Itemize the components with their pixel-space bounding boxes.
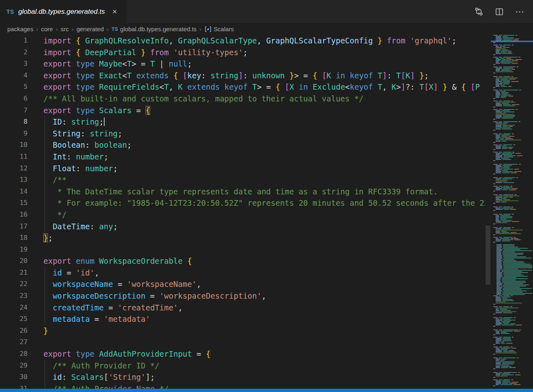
code-line-text: export type Maybe<T> = T | null;	[43, 58, 192, 70]
line-number[interactable]: 20	[0, 255, 28, 267]
code-line[interactable]: 6/** All built-in and custom scalars, ma…	[0, 93, 485, 105]
code-line-text: Int: number;	[43, 151, 108, 163]
code-line[interactable]: 4export type Exact<T extends { [key: str…	[0, 70, 485, 82]
line-number[interactable]: 3	[0, 58, 28, 70]
line-number[interactable]: 26	[0, 325, 28, 337]
line-number[interactable]: 12	[0, 163, 28, 174]
line-number[interactable]: 7	[0, 105, 28, 116]
line-number[interactable]: 27	[0, 336, 28, 348]
breadcrumb-item-src[interactable]: src	[60, 26, 69, 32]
breadcrumb-item-scalars-symbol[interactable]: Scalars	[204, 26, 234, 32]
code-line[interactable]: 14 * The DateTime scalar type represents…	[0, 186, 485, 198]
more-actions-button[interactable]: ⋯	[515, 7, 524, 16]
line-number[interactable]: 15	[0, 197, 28, 209]
code-line[interactable]: 9 String: string;	[0, 128, 485, 140]
breadcrumb-separator: ›	[56, 26, 58, 32]
minimap-canvas[interactable]	[491, 35, 533, 389]
line-number[interactable]: 16	[0, 209, 28, 221]
code-line-text: workspaceDescription = 'workspaceDescrip…	[43, 290, 266, 302]
code-line-text: metadata = 'metadata'	[43, 313, 150, 325]
line-number[interactable]: 18	[0, 232, 28, 244]
code-line[interactable]: 24 createdTime = 'createdTime',	[0, 302, 485, 314]
code-line[interactable]: 13 /**	[0, 174, 485, 186]
code-line[interactable]: 27	[0, 336, 485, 348]
code-line[interactable]: 5export type RequireFields<T, K extends …	[0, 81, 485, 93]
breadcrumb-item-generated[interactable]: generated	[76, 26, 104, 32]
breadcrumb-item-core[interactable]: core	[41, 26, 53, 32]
code-line[interactable]: 29 /** Auth Provider ID */	[0, 360, 485, 372]
code-line-text: * The DateTime scalar type represents da…	[43, 186, 438, 198]
split-editor-icon	[495, 7, 504, 16]
code-line[interactable]: 1import { GraphQLResolveInfo, GraphQLSca…	[0, 35, 485, 47]
line-number[interactable]: 5	[0, 81, 28, 93]
line-number[interactable]: 17	[0, 221, 28, 233]
line-number[interactable]: 22	[0, 278, 28, 290]
line-number[interactable]: 4	[0, 70, 28, 82]
line-number[interactable]: 6	[0, 93, 28, 105]
tab-global-db-types-generated[interactable]: TS global.db.types.generated.ts ✕	[0, 0, 127, 23]
code-line-text: export type AddAuthProviderInput = {	[43, 348, 211, 360]
status-bar-edge	[0, 389, 533, 392]
code-line[interactable]: 28export type AddAuthProviderInput = {	[0, 348, 485, 360]
breadcrumb-item-packages[interactable]: packages	[7, 26, 33, 32]
line-number[interactable]: 28	[0, 348, 28, 360]
close-tab-icon[interactable]: ✕	[111, 7, 119, 16]
line-number[interactable]: 10	[0, 139, 28, 151]
code-line[interactable]: 19	[0, 244, 485, 256]
code-line-text: Float: number;	[43, 163, 118, 174]
line-number[interactable]: 14	[0, 186, 28, 198]
vertical-scrollbar[interactable]	[485, 35, 491, 389]
scrollbar-thumb[interactable]	[486, 226, 490, 284]
code-line[interactable]: 22 workspaceName = 'workspaceName',	[0, 278, 485, 290]
code-line[interactable]: 20export enum WorkspaceOrderable {	[0, 255, 485, 267]
line-number[interactable]: 25	[0, 313, 28, 325]
breadcrumb-separator: ›	[200, 26, 202, 32]
line-number[interactable]: 23	[0, 290, 28, 302]
breadcrumb-separator: ›	[107, 26, 109, 32]
code-line-text: import { DeepPartial } from 'utility-typ…	[43, 47, 247, 58]
split-editor-button[interactable]	[495, 7, 504, 16]
code-line[interactable]: 23 workspaceDescription = 'workspaceDesc…	[0, 290, 485, 302]
code-line[interactable]: 16 */	[0, 209, 485, 221]
line-number[interactable]: 24	[0, 302, 28, 314]
line-number[interactable]: 29	[0, 360, 28, 372]
code-line[interactable]: 3export type Maybe<T> = T | null;	[0, 58, 485, 70]
line-number[interactable]: 8	[0, 116, 28, 128]
line-number[interactable]: 21	[0, 267, 28, 279]
code-line[interactable]: 30 id: Scalars['String'];	[0, 371, 485, 383]
line-number[interactable]: 1	[0, 35, 28, 47]
code-line-text: import { GraphQLResolveInfo, GraphQLScal…	[43, 35, 456, 47]
code-line[interactable]: 7export type Scalars = {	[0, 105, 485, 116]
code-line[interactable]: 10 Boolean: boolean;	[0, 139, 485, 151]
code-line-text: };	[43, 232, 53, 244]
code-line[interactable]: 8 ID: string;	[0, 116, 485, 128]
line-number[interactable]: 30	[0, 371, 28, 383]
code-line[interactable]: 26}	[0, 325, 485, 337]
line-number[interactable]: 11	[0, 151, 28, 163]
code-line[interactable]: 11 Int: number;	[0, 151, 485, 163]
code-line[interactable]: 25 metadata = 'metadata'	[0, 313, 485, 325]
code-line[interactable]: 18};	[0, 232, 485, 244]
breadcrumb-symbol-label: Scalars	[214, 26, 234, 32]
line-number[interactable]: 2	[0, 47, 28, 58]
code-line[interactable]: 2import { DeepPartial } from 'utility-ty…	[0, 47, 485, 58]
code-line[interactable]: 21 id = 'id',	[0, 267, 485, 279]
code-line[interactable]: 17 DateTime: any;	[0, 221, 485, 233]
code-line-text: export enum WorkspaceOrderable {	[43, 255, 192, 267]
minimap[interactable]	[491, 35, 533, 389]
code-lines: 1import { GraphQLResolveInfo, GraphQLSca…	[0, 35, 485, 392]
code-line-text: ID: string;	[43, 116, 105, 128]
code-line[interactable]: 15 * For example: "1985-04-12T23:20:50.5…	[0, 197, 485, 209]
breadcrumb: packages › core › src › generated › TS g…	[0, 23, 485, 35]
code-line-text: workspaceName = 'workspaceName',	[43, 278, 201, 290]
code-line[interactable]: 12 Float: number;	[0, 163, 485, 174]
code-line-text: export type RequireFields<T, K extends k…	[43, 81, 485, 93]
code-line-text: id = 'id',	[43, 267, 99, 279]
open-changes-button[interactable]	[474, 7, 484, 16]
line-number[interactable]: 13	[0, 174, 28, 186]
code-editor[interactable]: 1import { GraphQLResolveInfo, GraphQLSca…	[0, 35, 485, 392]
breadcrumb-item-filename[interactable]: TS global.db.types.generated.ts	[112, 26, 197, 32]
line-number[interactable]: 9	[0, 128, 28, 140]
symbol-type-icon	[204, 26, 212, 32]
line-number[interactable]: 19	[0, 244, 28, 256]
